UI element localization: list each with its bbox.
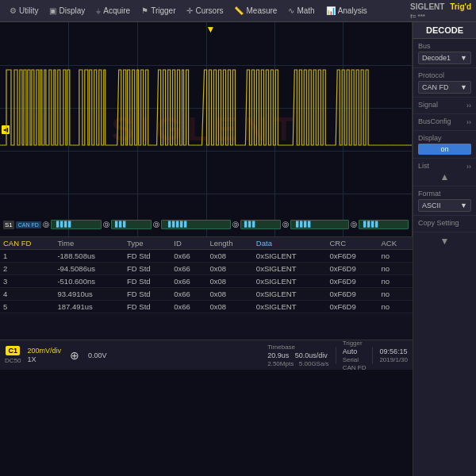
right-sidebar: DECODE Bus Decode1 ▼ Protocol CAN FD ▼ S… <box>413 22 476 476</box>
menu-cursors[interactable]: ✛ Cursors <box>182 5 228 17</box>
list-expand-icon[interactable]: ›› <box>466 163 471 171</box>
table-row: 3 -510.600ns FD Std 0x66 0x08 0xSIGLENT … <box>0 275 413 288</box>
sidebar-title: DECODE <box>413 22 476 39</box>
menu-utility-label: Utility <box>19 6 38 15</box>
cell-type: FD Std <box>124 250 171 263</box>
status-divider2 <box>372 347 373 364</box>
menu-display[interactable]: ▣ Display <box>44 5 90 17</box>
cell-num: 5 <box>0 301 54 313</box>
ch1-badge: C1 <box>6 346 20 355</box>
waveform-area[interactable]: SIGLENT ▼ ◀ S1 CAN FD Ⓓ ▋▋▋▋ Ⓓ ▋▋▋ Ⓓ <box>0 22 413 236</box>
sample-rate: 2.50Mpts 5.00GSa/s <box>267 360 328 367</box>
decode-d-icon2: Ⓓ <box>103 221 109 229</box>
measure-icon: 📏 <box>234 6 244 15</box>
cell-type: FD Std <box>124 263 171 275</box>
bus-chevron-icon: ▼ <box>460 54 467 62</box>
protocol-chevron-icon: ▼ <box>460 83 467 91</box>
menu-utility[interactable]: ⚙ Utility <box>5 5 43 17</box>
status-divider1 <box>336 347 336 364</box>
menu-measure-label: Measure <box>246 6 277 15</box>
cell-data: 0xSIGLENT <box>253 301 327 313</box>
format-label: Format <box>418 190 471 198</box>
decode-d-icon4: Ⓓ <box>232 221 239 229</box>
sidebar-protocol-section: Protocol CAN FD ▼ <box>413 68 476 98</box>
cell-num: 2 <box>0 263 54 275</box>
cell-time: 93.4910us <box>54 288 124 301</box>
bus-value: Decode1 <box>422 54 451 62</box>
bus-dropdown[interactable]: Decode1 ▼ <box>418 52 471 64</box>
cell-num: 3 <box>0 275 54 288</box>
table-header-row: CAN FD Time Type ID Length Data CRC ACK <box>0 237 413 250</box>
cell-id: 0x66 <box>171 275 206 288</box>
format-value: ASCII <box>422 202 441 209</box>
cell-length: 0x08 <box>206 288 252 301</box>
trigger-icon: ⚑ <box>141 6 148 15</box>
menu-cursors-label: Cursors <box>195 6 223 15</box>
sidebar-busconfig-section: BusConfig ›› <box>413 114 476 131</box>
date-display: 2019/1/30 <box>379 356 408 363</box>
menu-measure[interactable]: 📏 Measure <box>229 5 282 17</box>
cell-crc: 0xF6D9 <box>326 263 378 275</box>
col-ack: ACK <box>378 237 413 250</box>
col-time: Time <box>54 237 124 250</box>
cell-ack: no <box>378 288 413 301</box>
table-row: 1 -188.508us FD Std 0x66 0x08 0xSIGLENT … <box>0 250 413 263</box>
utility-icon: ⚙ <box>10 6 17 15</box>
cell-ack: no <box>378 250 413 263</box>
waveform-svg <box>0 22 412 236</box>
col-id: ID <box>171 237 206 250</box>
menu-trigger[interactable]: ⚑ Trigger <box>136 5 180 17</box>
menu-math-label: Math <box>297 6 314 15</box>
cell-crc: 0xF6D9 <box>326 288 378 301</box>
decode-d-icon1: Ⓓ <box>43 221 49 229</box>
scroll-up-icon[interactable]: ▲ <box>418 171 471 182</box>
protocol-label: Protocol <box>418 71 471 79</box>
display-on-button[interactable]: on <box>418 144 471 155</box>
decode-bar: S1 CAN FD Ⓓ ▋▋▋▋ Ⓓ ▋▋▋ Ⓓ ▋▋▋▋▋ Ⓓ ▋▋▋ Ⓓ ▋… <box>0 219 412 230</box>
menu-analysis[interactable]: 📊 Analysis <box>321 5 372 17</box>
display-label: Display <box>418 134 471 142</box>
menu-display-label: Display <box>59 6 85 15</box>
cell-crc: 0xF6D9 <box>326 301 378 313</box>
cell-num: 4 <box>0 288 54 301</box>
scroll-down-icon[interactable]: ▼ <box>416 236 473 247</box>
menu-acquire[interactable]: ⏚ Acquire <box>91 5 135 17</box>
decode-seg4: ▋▋▋ <box>240 220 280 229</box>
crosshair-icon: ⊕ <box>67 348 82 363</box>
decode-d-icon5: Ⓓ <box>282 221 289 229</box>
trig-indicator: Trig'd <box>450 2 471 11</box>
signal-expand-icon[interactable]: ›› <box>466 102 471 109</box>
decode-seg2: ▋▋▋ <box>111 220 151 229</box>
decode-seg3: ▋▋▋▋▋ <box>161 220 232 229</box>
busconfig-expand-icon[interactable]: ›› <box>466 118 471 126</box>
cell-id: 0x66 <box>171 301 206 313</box>
offset-value: 0.00V <box>88 351 107 359</box>
cell-data: 0xSIGLENT <box>253 250 327 263</box>
timebase-label: Timebase <box>267 344 328 351</box>
table-row: 4 93.4910us FD Std 0x66 0x08 0xSIGLENT 0… <box>0 288 413 301</box>
cell-type: FD Std <box>124 301 171 313</box>
acquire-icon: ⏚ <box>96 6 101 15</box>
menu-trigger-label: Trigger <box>151 6 175 15</box>
timebase-value: 20.9us 50.0us/div <box>267 351 328 359</box>
cell-length: 0x08 <box>206 250 252 263</box>
decode-seg1: ▋▋▋▋ <box>51 220 102 229</box>
cursors-icon: ✛ <box>186 6 193 15</box>
brand-name: SIGLENT Trig'd f= *** <box>410 2 471 20</box>
protocol-dropdown[interactable]: CAN FD ▼ <box>418 81 471 94</box>
format-dropdown[interactable]: ASCII ▼ <box>418 199 471 212</box>
multiplier: 1X <box>27 355 61 363</box>
scroll-down-section: ▼ <box>413 232 476 250</box>
cell-id: 0x66 <box>171 263 206 275</box>
cell-data: 0xSIGLENT <box>253 288 327 301</box>
volts-div: 200mV/div <box>27 347 61 355</box>
cell-length: 0x08 <box>206 263 252 275</box>
menu-math[interactable]: ∿ Math <box>283 5 319 17</box>
sidebar-bus-section: Bus Decode1 ▼ <box>413 39 476 68</box>
main-content: SIGLENT ▼ ◀ S1 CAN FD Ⓓ ▋▋▋▋ Ⓓ ▋▋▋ Ⓓ <box>0 22 476 476</box>
trigger-label: Trigger <box>343 340 367 347</box>
col-crc: CRC <box>326 237 378 250</box>
cell-time: -510.600ns <box>54 275 124 288</box>
signal-label: Signal <box>418 101 438 109</box>
copysetting-label: Copy Setting <box>418 219 471 227</box>
